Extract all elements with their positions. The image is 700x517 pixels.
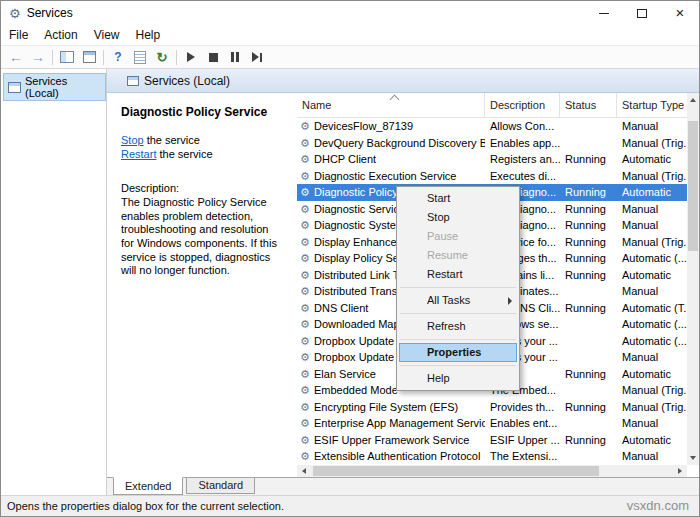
stop-service-link[interactable]: Stop [121,134,144,146]
service-startup-type-cell: Manual (Trig... [617,382,687,399]
service-gear-icon [300,432,314,449]
service-startup-type-cell: Automatic [617,432,687,449]
service-status-cell [560,168,617,185]
service-description-cell: The Extensi... [485,448,560,465]
services-app-icon [9,4,21,22]
tab-standard[interactable]: Standard [186,478,255,494]
service-startup-type-cell: Automatic (... [617,316,687,333]
scroll-right-button[interactable] [673,465,687,477]
table-row[interactable]: DevQuery Background Discovery B...Enable… [297,135,687,152]
service-name-cell: Diagnostic Execution Service [297,168,485,185]
tab-extended[interactable]: Extended [113,477,183,495]
properties-button[interactable] [78,47,100,67]
column-header-description[interactable]: Description [485,93,560,117]
scroll-up-button[interactable] [687,93,699,107]
menu-bar: File Action View Help [1,25,699,45]
service-startup-type-cell: Manual [617,415,687,432]
table-row[interactable]: DHCP ClientRegisters an...RunningAutomat… [297,151,687,168]
restart-service-link[interactable]: Restart [121,148,156,160]
service-startup-type-cell: Automatic (... [617,250,687,267]
show-console-tree-button[interactable] [56,47,78,67]
vertical-scrollbar[interactable] [687,93,699,465]
export-list-button[interactable] [129,47,151,67]
horizontal-scrollbar[interactable] [297,465,687,477]
refresh-button[interactable] [151,47,173,67]
service-status-cell: Running [560,184,617,201]
service-startup-type-cell: Manual (Trig... [617,399,687,416]
submenu-arrow-icon [508,297,512,305]
context-menu-item-resume[interactable]: Resume [397,246,519,265]
table-row[interactable]: ESIF Upper Framework ServiceESIF Upper .… [297,432,687,449]
service-startup-type-cell: Automatic [617,184,687,201]
export-list-icon [134,51,146,64]
service-startup-type-cell: Manual [617,118,687,135]
stop-service-button[interactable] [202,47,224,67]
service-status-cell: Running [560,267,617,284]
context-menu-item-properties[interactable]: Properties [399,343,517,362]
vertical-scroll-thumb[interactable] [688,121,698,251]
service-gear-icon [300,382,314,399]
console-tree-panel: Services (Local) [1,69,107,495]
menu-file[interactable]: File [1,25,36,45]
menu-action[interactable]: Action [36,25,85,45]
stop-service-icon [209,53,218,62]
pause-service-icon [231,52,239,62]
back-button[interactable] [5,47,27,67]
context-menu-item-start[interactable]: Start [397,189,519,208]
horizontal-scroll-thumb[interactable] [313,466,599,476]
service-status-cell [560,349,617,366]
service-gear-icon [300,300,314,317]
selected-service-title: Diagnostic Policy Service [121,105,287,119]
table-row[interactable]: Encrypting File System (EFS)Provides th.… [297,399,687,416]
scroll-left-button[interactable] [297,465,311,477]
menu-view[interactable]: View [86,25,128,45]
service-gear-icon [300,316,314,333]
context-menu-item-all-tasks[interactable]: All Tasks [397,291,519,310]
context-menu-item-refresh[interactable]: Refresh [397,317,519,336]
column-header-startup-type[interactable]: Startup Type [617,93,687,117]
column-header-status[interactable]: Status [560,93,617,117]
scroll-down-button[interactable] [687,451,699,465]
stop-action-line: Stopthe service [121,134,287,146]
service-startup-type-cell: Automatic [617,267,687,284]
help-button[interactable] [107,47,129,67]
context-menu-item-stop[interactable]: Stop [397,208,519,227]
service-status-cell [560,316,617,333]
table-row[interactable]: Extensible Authentication ProtocolThe Ex… [297,448,687,465]
properties-icon [83,51,96,63]
table-row[interactable]: Enterprise App Management ServiceEnables… [297,415,687,432]
description-text: The Diagnostic Policy Service enables pr… [121,196,287,278]
service-name-cell: DevicesFlow_87139 [297,118,485,135]
minimize-button[interactable] [585,1,623,25]
context-menu-item-restart[interactable]: Restart [397,265,519,284]
service-status-cell: Running [560,432,617,449]
service-startup-type-cell: Automatic (... [617,333,687,350]
service-startup-type-cell: Automatic (T... [617,300,687,317]
console-window-icon [8,82,21,93]
service-gear-icon [300,349,314,366]
column-header-name[interactable]: Name [297,93,485,117]
forward-icon [31,50,45,64]
forward-button[interactable] [27,47,49,67]
pause-service-button[interactable] [224,47,246,67]
service-description-cell: Allows Con... [485,118,560,135]
close-button[interactable] [661,1,699,25]
tree-item-services-local[interactable]: Services (Local) [3,73,106,101]
service-gear-icon [300,184,314,201]
services-folder-icon [127,76,139,86]
context-menu-item-pause[interactable]: Pause [397,227,519,246]
context-menu-item-help[interactable]: Help [397,369,519,388]
maximize-button[interactable] [623,1,661,25]
toolbar-separator [103,50,104,65]
restart-service-button[interactable] [246,47,268,67]
service-gear-icon [300,201,314,218]
table-row[interactable]: DevicesFlow_87139Allows Con...Manual [297,118,687,135]
start-service-button[interactable] [180,47,202,67]
menu-help[interactable]: Help [128,25,169,45]
table-row[interactable]: Diagnostic Execution ServiceExecutes di.… [297,168,687,185]
service-gear-icon [300,448,314,465]
back-icon [9,50,23,64]
help-icon [114,50,121,64]
service-name-cell: Enterprise App Management Service [297,415,485,432]
service-gear-icon [300,234,314,251]
